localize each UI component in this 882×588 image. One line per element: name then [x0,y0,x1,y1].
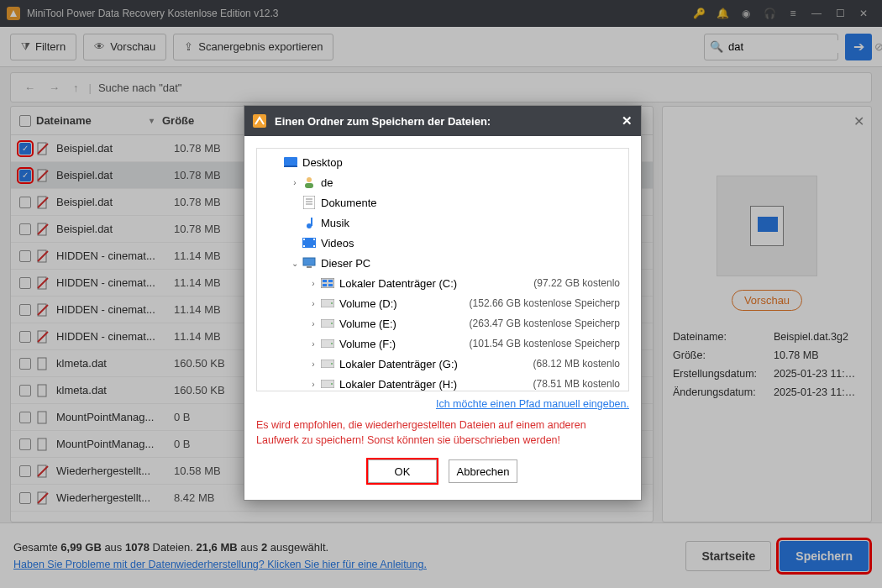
svg-rect-31 [307,266,312,268]
dialog-header: Einen Ordner zum Speichern der Dateien: … [244,106,641,136]
svg-point-18 [307,177,312,182]
svg-rect-30 [303,258,315,265]
expand-icon[interactable]: › [307,279,319,288]
svg-point-46 [331,383,333,385]
dialog-title: Einen Ordner zum Speichern der Dateien: [275,115,491,128]
tree-label: Dieser PC [321,257,370,270]
tree-node[interactable]: ›Volume (E:)(263.47 GB kostenlose Speich… [257,313,628,333]
dialog-ok-button[interactable]: OK [368,459,437,483]
svg-rect-19 [305,183,313,188]
expand-icon[interactable]: › [307,319,319,328]
tree-label: Lokaler Datenträger (G:) [339,358,458,370]
tree-node[interactable]: ›Lokaler Datenträger (H:)(78.51 MB koste… [257,374,628,391]
expand-icon[interactable]: › [307,339,319,349]
tree-label: Musik [321,217,349,229]
dialog-icon [253,114,266,128]
svg-rect-16 [284,157,297,165]
svg-point-44 [331,363,333,365]
svg-rect-32 [321,278,334,288]
tree-info: (263.47 GB kostenlose Speicherp [470,318,623,329]
svg-rect-17 [284,165,297,167]
tree-info: (97.22 GB kostenlo [533,277,623,289]
tree-label: de [321,176,333,189]
tree-label: Videos [321,237,354,249]
expand-icon[interactable]: › [307,360,319,369]
tree-node[interactable]: Dokumente [257,192,628,213]
tree-label: Dokumente [321,197,376,209]
win-icon [321,276,334,290]
drive-icon [321,317,334,330]
svg-rect-29 [313,245,315,247]
tree-node[interactable]: ›Lokaler Datenträger (G:)(68.12 MB koste… [257,354,628,374]
doc-icon [302,196,316,209]
drive-icon [321,357,334,370]
tree-node[interactable]: ›Lokaler Datenträger (C:)(97.22 GB koste… [257,273,628,293]
drive-icon [321,297,334,310]
dialog-cancel-button[interactable]: Abbrechen [449,459,517,483]
svg-point-40 [331,323,333,324]
svg-rect-20 [303,196,315,209]
pc-icon [302,256,316,270]
tree-node[interactable]: ⌄Dieser PC [257,253,628,273]
dialog-warning: Es wird empfohlen, die wiederhergestellt… [256,418,629,448]
music-icon [302,216,316,229]
tree-info: (152.66 GB kostenlose Speicherp [470,297,623,309]
tree-node[interactable]: ›Volume (D:)(152.66 GB kostenlose Speich… [257,293,628,313]
tree-label: Desktop [302,156,343,169]
tree-info: (101.54 GB kostenlose Speicherp [470,338,623,349]
svg-rect-36 [328,284,333,286]
svg-rect-26 [303,239,305,240]
svg-point-42 [331,343,333,344]
svg-rect-33 [323,280,327,282]
tree-label: Lokaler Datenträger (C:) [339,277,457,290]
desktop-icon [284,155,297,169]
svg-rect-34 [328,280,333,282]
tree-label: Volume (F:) [339,338,396,350]
tree-node[interactable]: ›de [257,172,628,192]
manual-path-link[interactable]: Ich möchte einen Pfad manuell eingeben. [256,398,629,410]
tree-info: (78.51 MB kostenlo [533,378,623,390]
folder-tree[interactable]: Desktop›deDokumenteMusikVideos⌄Dieser PC… [256,148,629,391]
tree-label: Volume (D:) [339,297,397,310]
dialog-close-icon[interactable]: ✕ [622,113,633,129]
expand-icon[interactable]: › [307,380,319,389]
save-folder-dialog: Einen Ordner zum Speichern der Dateien: … [244,105,642,501]
drive-icon [321,377,334,391]
tree-node[interactable]: ›Volume (F:)(101.54 GB kostenlose Speich… [257,333,628,354]
tree-node[interactable]: Videos [257,233,628,253]
video-icon [302,236,316,249]
expand-icon[interactable]: ⌄ [289,259,301,268]
expand-icon[interactable]: › [289,178,301,187]
svg-rect-35 [323,284,327,286]
svg-rect-27 [303,245,305,247]
tree-info: (68.12 MB kostenlo [533,358,623,370]
svg-rect-28 [313,239,315,240]
tree-node[interactable]: Musik [257,213,628,233]
expand-icon[interactable]: › [307,299,319,308]
svg-point-24 [307,223,312,228]
drive-icon [321,337,334,350]
tree-label: Volume (E:) [339,318,396,330]
svg-point-38 [331,302,333,304]
tree-node[interactable]: Desktop [257,152,628,172]
tree-label: Lokaler Datenträger (H:) [339,378,457,391]
user-icon [302,176,316,189]
